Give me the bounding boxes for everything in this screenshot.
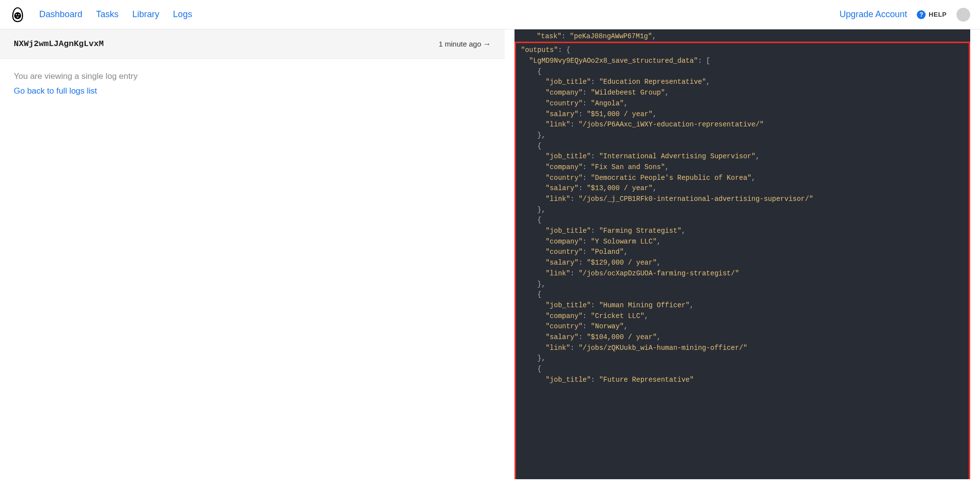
help-label: HELP [929, 11, 947, 18]
left-panel: NXWj2wmLJAgnKgLvxM 1 minute ago → You ar… [0, 29, 505, 489]
nav-dashboard[interactable]: Dashboard [39, 9, 82, 20]
nav-library[interactable]: Library [132, 9, 159, 20]
right-panel: finished_in_seconds : 11, "task": "peKaJ… [505, 29, 980, 489]
svg-point-0 [14, 12, 21, 19]
top-nav: Dashboard Tasks Library Logs Upgrade Acc… [0, 0, 980, 29]
nav-left: Dashboard Tasks Library Logs [10, 7, 192, 23]
code-prelude: finished_in_seconds : 11, "task": "peKaJ… [514, 29, 970, 42]
svg-point-1 [16, 14, 17, 15]
log-hint-text: You are viewing a single log entry [14, 72, 491, 81]
log-body: You are viewing a single log entry Go ba… [0, 59, 505, 109]
svg-point-2 [18, 14, 20, 15]
nav-tasks[interactable]: Tasks [96, 9, 119, 20]
arrow-right-icon: → [483, 40, 491, 49]
back-to-logs-link[interactable]: Go back to full logs list [14, 86, 97, 96]
nav-logs[interactable]: Logs [173, 9, 192, 20]
log-entry-header: NXWj2wmLJAgnKgLvxM 1 minute ago → [0, 29, 505, 59]
code-container: finished_in_seconds : 11, "task": "peKaJ… [514, 29, 970, 479]
upgrade-account-link[interactable]: Upgrade Account [839, 9, 907, 20]
log-timestamp: 1 minute ago [439, 40, 481, 48]
content-area: NXWj2wmLJAgnKgLvxM 1 minute ago → You ar… [0, 29, 980, 489]
help-button[interactable]: ? HELP [917, 10, 947, 19]
help-icon: ? [917, 10, 926, 19]
avatar[interactable] [956, 8, 970, 22]
log-id: NXWj2wmLJAgnKgLvxM [14, 39, 104, 49]
nav-right: Upgrade Account ? HELP [839, 8, 970, 22]
logo[interactable] [10, 7, 25, 23]
code-output-highlight: "outputs": { "LgMD9Nvy9EQyAOo2x8_save_st… [514, 42, 970, 479]
log-time-link[interactable]: 1 minute ago → [439, 40, 491, 49]
